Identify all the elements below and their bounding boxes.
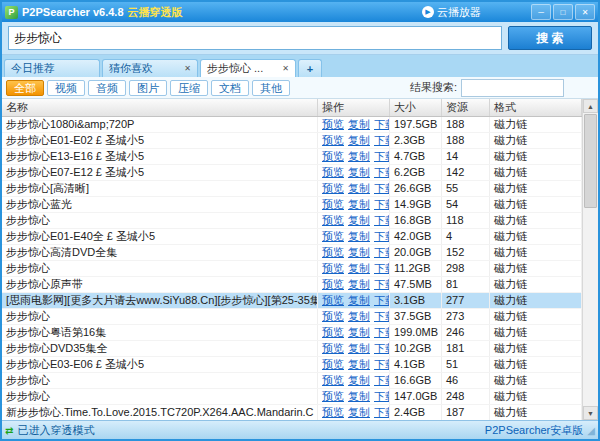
table-row[interactable]: 步步惊心预览复制下载16.8GB118磁力链	[2, 213, 582, 229]
copy-link[interactable]: 复制	[348, 358, 370, 370]
tab-new[interactable]: +	[298, 59, 322, 77]
vertical-scrollbar[interactable]: ▲ ▼	[582, 99, 598, 420]
scroll-up-icon[interactable]: ▲	[583, 99, 598, 113]
preview-link[interactable]: 预览	[322, 262, 344, 274]
resize-grip[interactable]: ◢	[587, 425, 595, 436]
filter-button-0[interactable]: 全部	[6, 80, 44, 96]
filter-button-2[interactable]: 音频	[88, 80, 126, 96]
scroll-down-icon[interactable]: ▼	[583, 406, 598, 420]
column-header-actions[interactable]: 操作	[318, 99, 390, 116]
column-header-size[interactable]: 大小	[390, 99, 442, 116]
preview-link[interactable]: 预览	[322, 150, 344, 162]
filter-button-6[interactable]: 其他	[252, 80, 290, 96]
table-row[interactable]: 步步惊心E01-E40全 £ 圣城小5预览复制下载42.0GB4磁力链	[2, 229, 582, 245]
preview-link[interactable]: 预览	[322, 182, 344, 194]
download-link[interactable]: 下载	[374, 326, 390, 338]
copy-link[interactable]: 复制	[348, 278, 370, 290]
copy-link[interactable]: 复制	[348, 182, 370, 194]
download-link[interactable]: 下载	[374, 262, 390, 274]
download-link[interactable]: 下载	[374, 150, 390, 162]
filter-button-5[interactable]: 文档	[211, 80, 249, 96]
preview-link[interactable]: 预览	[322, 374, 344, 386]
copy-link[interactable]: 复制	[348, 374, 370, 386]
download-link[interactable]: 下载	[374, 182, 390, 194]
preview-link[interactable]: 预览	[322, 358, 344, 370]
copy-link[interactable]: 复制	[348, 390, 370, 402]
column-header-format[interactable]: 格式	[490, 99, 582, 116]
table-row[interactable]: 新步步惊心.Time.To.Love.2015.TC720P.X264.AAC.…	[2, 405, 582, 420]
preview-link[interactable]: 预览	[322, 230, 344, 242]
filter-button-1[interactable]: 视频	[47, 80, 85, 96]
copy-link[interactable]: 复制	[348, 230, 370, 242]
tab-close-icon[interactable]: ✕	[282, 64, 289, 73]
preview-link[interactable]: 预览	[322, 118, 344, 130]
search-input[interactable]	[8, 26, 502, 50]
preview-link[interactable]: 预览	[322, 342, 344, 354]
copy-link[interactable]: 复制	[348, 166, 370, 178]
download-link[interactable]: 下载	[374, 166, 390, 178]
download-link[interactable]: 下载	[374, 406, 390, 418]
download-link[interactable]: 下载	[374, 374, 390, 386]
download-link[interactable]: 下载	[374, 358, 390, 370]
tab-2[interactable]: 步步惊心 ...✕	[200, 59, 296, 77]
preview-link[interactable]: 预览	[322, 214, 344, 226]
tab-1[interactable]: 猜你喜欢✕	[102, 59, 198, 77]
tab-close-icon[interactable]: ✕	[184, 64, 191, 73]
preview-link[interactable]: 预览	[322, 310, 344, 322]
scroll-track[interactable]	[583, 113, 598, 406]
column-header-name[interactable]: 名称	[2, 99, 318, 116]
download-link[interactable]: 下载	[374, 230, 390, 242]
preview-link[interactable]: 预览	[322, 406, 344, 418]
table-row[interactable]: 步步惊心E03-E06 £ 圣城小5预览复制下载4.1GB51磁力链	[2, 357, 582, 373]
table-row[interactable]: 步步惊心预览复制下载147.0GB248磁力链	[2, 389, 582, 405]
download-link[interactable]: 下载	[374, 198, 390, 210]
table-row[interactable]: 步步惊心原声带预览复制下载47.5MB81磁力链	[2, 277, 582, 293]
preview-link[interactable]: 预览	[322, 294, 344, 306]
table-row[interactable]: 步步惊心E13-E16 £ 圣城小5预览复制下载4.7GB14磁力链	[2, 149, 582, 165]
minimize-button[interactable]: ─	[531, 4, 551, 20]
table-row[interactable]: 步步惊心预览复制下载16.6GB46磁力链	[2, 373, 582, 389]
table-row[interactable]: 步步惊心蓝光预览复制下载14.9GB54磁力链	[2, 197, 582, 213]
preview-link[interactable]: 预览	[322, 198, 344, 210]
tab-0[interactable]: 今日推荐	[4, 59, 100, 77]
preview-link[interactable]: 预览	[322, 134, 344, 146]
download-link[interactable]: 下载	[374, 134, 390, 146]
table-row[interactable]: 步步惊心预览复制下载37.5GB273磁力链	[2, 309, 582, 325]
copy-link[interactable]: 复制	[348, 118, 370, 130]
maximize-button[interactable]: □	[553, 4, 573, 20]
download-link[interactable]: 下载	[374, 278, 390, 290]
table-row[interactable]: 步步惊心E01-E02 £ 圣城小5预览复制下载2.3GB188磁力链	[2, 133, 582, 149]
download-link[interactable]: 下载	[374, 118, 390, 130]
download-link[interactable]: 下载	[374, 342, 390, 354]
scroll-thumb[interactable]	[584, 114, 597, 208]
copy-link[interactable]: 复制	[348, 246, 370, 258]
android-version-link[interactable]: P2PSearcher安卓版	[485, 423, 583, 438]
preview-link[interactable]: 预览	[322, 246, 344, 258]
column-header-resources[interactable]: 资源	[442, 99, 490, 116]
copy-link[interactable]: 复制	[348, 262, 370, 274]
download-link[interactable]: 下载	[374, 310, 390, 322]
table-row[interactable]: [思雨电影网][更多大片请去www.SiYu88.Cn][步步惊心][第25-3…	[2, 293, 582, 309]
preview-link[interactable]: 预览	[322, 166, 344, 178]
search-button[interactable]: 搜 索	[508, 26, 592, 50]
preview-link[interactable]: 预览	[322, 390, 344, 402]
table-row[interactable]: 步步惊心[高清晰]预览复制下载26.6GB55磁力链	[2, 181, 582, 197]
result-search-input[interactable]	[461, 79, 564, 97]
download-link[interactable]: 下载	[374, 214, 390, 226]
copy-link[interactable]: 复制	[348, 310, 370, 322]
copy-link[interactable]: 复制	[348, 406, 370, 418]
table-row[interactable]: 步步惊心预览复制下载11.2GB298磁力链	[2, 261, 582, 277]
table-row[interactable]: 步步惊心DVD35集全预览复制下载10.2GB181磁力链	[2, 341, 582, 357]
cloud-player-button[interactable]: ▶ 云播放器	[422, 5, 481, 20]
copy-link[interactable]: 复制	[348, 214, 370, 226]
preview-link[interactable]: 预览	[322, 278, 344, 290]
download-link[interactable]: 下载	[374, 294, 390, 306]
table-row[interactable]: 步步惊心粤语第16集预览复制下载199.0MB246磁力链	[2, 325, 582, 341]
download-link[interactable]: 下载	[374, 246, 390, 258]
close-button[interactable]: ✕	[575, 4, 595, 20]
preview-link[interactable]: 预览	[322, 326, 344, 338]
filter-button-3[interactable]: 图片	[129, 80, 167, 96]
copy-link[interactable]: 复制	[348, 198, 370, 210]
download-link[interactable]: 下载	[374, 390, 390, 402]
table-row[interactable]: 步步惊心E07-E12 £ 圣城小5预览复制下载6.2GB142磁力链	[2, 165, 582, 181]
